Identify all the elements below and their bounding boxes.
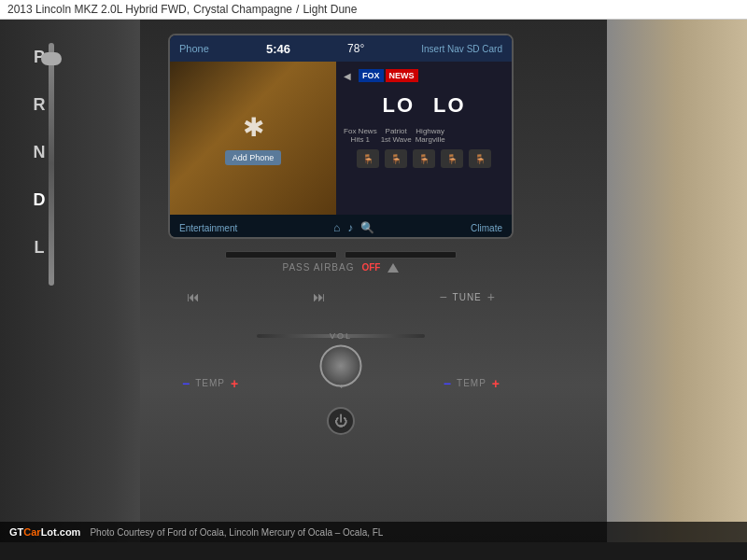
lo-display: LO LO [344, 90, 504, 121]
radio-stations[interactable]: Fox NewsHits 1 Patriot1st Wave HighwayMa… [344, 127, 504, 144]
gear-r: R [28, 95, 50, 115]
seat-btn-2[interactable]: 🪑 [385, 149, 407, 168]
station-patriot[interactable]: Patriot1st Wave [381, 127, 412, 144]
media-slot-1 [225, 251, 337, 259]
color-text: Crystal Champagne [193, 3, 292, 16]
gtcarlot-logo: GTCarLot.com [9, 526, 80, 538]
media-slots [168, 251, 514, 259]
airbag-row: PASS AIRBAG OFF [168, 262, 514, 273]
power-area: ⏻ [168, 407, 514, 435]
music-icon[interactable]: ♪ [347, 221, 353, 234]
tune-section: − TUNE + [439, 289, 495, 304]
tune-label: TUNE [453, 292, 482, 302]
screen-time: 5:46 [266, 42, 290, 56]
title-bar: 2013 Lincoln MKZ 2.0L Hybrid FWD, Crysta… [0, 0, 747, 20]
volume-label: VOL [330, 331, 352, 341]
seat-btn-3[interactable]: 🪑 [413, 149, 435, 168]
separator: / [296, 3, 299, 16]
temp-left-minus[interactable]: − [182, 376, 190, 391]
screen-phone-label: Phone [179, 43, 209, 54]
temp-right-minus[interactable]: − [444, 376, 451, 391]
screen-body: ✱ Add Phone ◀ FOX NEWS LO [170, 62, 512, 215]
screen-left-panel: ✱ Add Phone [170, 62, 336, 215]
station-highway[interactable]: HighwayMargville [416, 127, 445, 144]
lo-left: LO [382, 93, 415, 118]
search-icon[interactable]: 🔍 [360, 221, 374, 234]
controls-area: PASS AIRBAG OFF ⏮ ⏭ − TUNE + [168, 251, 514, 442]
volume-track: VOL [257, 334, 425, 338]
tune-minus-button[interactable]: − [439, 289, 446, 304]
temp-right-group: − TEMP + [444, 376, 500, 391]
temp-right-label: TEMP [457, 378, 486, 388]
gear-indicator [41, 52, 62, 65]
gear-labels: P R N D L [28, 48, 50, 258]
triangle-indicator [388, 263, 399, 273]
bottom-bar: GTCarLot.com Photo Courtesy of Ford of O… [0, 522, 747, 542]
screen-footer-entertainment[interactable]: Entertainment [179, 223, 237, 233]
screen-footer-climate[interactable]: Climate [471, 223, 502, 233]
gear-d: D [28, 190, 50, 210]
seat-btn-4[interactable]: 🪑 [441, 149, 463, 168]
right-panel [607, 20, 747, 542]
temp-left-plus[interactable]: + [231, 376, 238, 391]
photo-credit: Photo Courtesy of Ford of Ocala, Lincoln… [90, 527, 738, 538]
home-icon[interactable]: ⌂ [333, 221, 340, 234]
lo-right: LO [433, 93, 466, 118]
screen-footer: Entertainment ⌂ ♪ 🔍 Climate [170, 215, 512, 239]
media-slot-2 [345, 251, 457, 259]
next-track-button[interactable]: ⏭ [313, 289, 326, 304]
gear-n: N [28, 143, 50, 162]
seat-buttons: 🪑 🪑 🪑 🪑 🪑 [344, 149, 504, 168]
screen-header: Phone 5:46 78° Insert Nav SD Card [170, 35, 512, 62]
footer-icons: ⌂ ♪ 🔍 [333, 221, 374, 234]
interior-text: Light Dune [303, 3, 357, 16]
fox-news-logo: FOX NEWS [359, 69, 418, 82]
temp-right-plus[interactable]: + [492, 376, 500, 391]
car-image-area: P R N D L Phone 5:46 78° Insert Nav SD C… [0, 20, 747, 542]
gear-l: L [28, 238, 50, 258]
gear-bar [49, 43, 54, 286]
screen-right-panel: ◀ FOX NEWS LO LO Fox NewsHits 1 [336, 62, 512, 215]
airbag-label: PASS AIRBAG [283, 262, 355, 273]
power-button[interactable]: ⏻ [327, 407, 355, 435]
screen-nav-text: Insert Nav SD Card [421, 44, 502, 54]
screen-temp: 78° [347, 42, 364, 55]
add-phone-button[interactable]: Add Phone [225, 150, 282, 165]
page-wrapper: 2013 Lincoln MKZ 2.0L Hybrid FWD, Crysta… [0, 0, 747, 560]
seat-btn-1[interactable]: 🪑 [357, 149, 379, 168]
volume-area: VOL [168, 317, 514, 355]
center-console: Phone 5:46 78° Insert Nav SD Card ✱ Add … [140, 20, 607, 542]
volume-knob[interactable] [320, 344, 362, 386]
temp-left-group: − TEMP + [182, 376, 238, 391]
seat-btn-5[interactable]: 🪑 [469, 149, 491, 168]
airbag-status: OFF [361, 262, 380, 273]
station-fox-news[interactable]: Fox NewsHits 1 [344, 127, 377, 144]
playback-controls: ⏮ ⏭ − TUNE + [168, 284, 514, 310]
tune-plus-button[interactable]: + [487, 289, 495, 304]
make-model-text: 2013 Lincoln MKZ 2.0L Hybrid FWD, [7, 3, 190, 16]
bluetooth-icon: ✱ [243, 112, 264, 143]
infotainment-screen: Phone 5:46 78° Insert Nav SD Card ✱ Add … [168, 34, 514, 239]
prev-track-button[interactable]: ⏮ [187, 289, 200, 304]
temp-left-label: TEMP [195, 378, 225, 388]
